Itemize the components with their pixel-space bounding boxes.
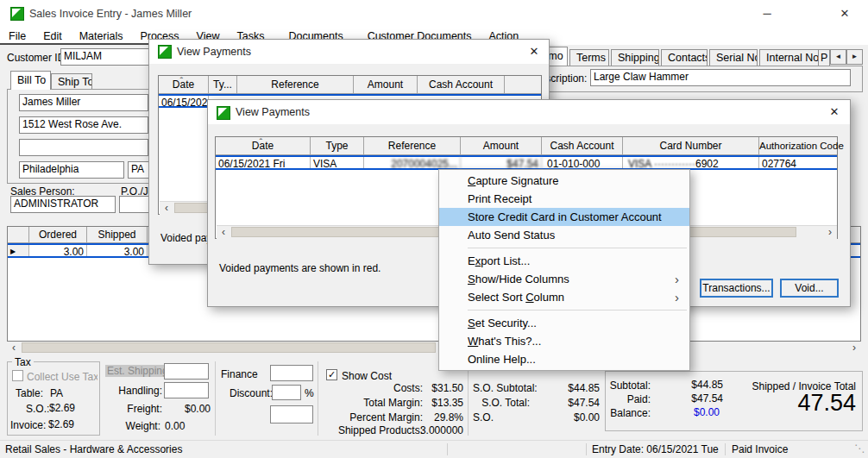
type-cell: VISA	[311, 157, 364, 168]
tab-internal-notes[interactable]: Internal Notes	[759, 49, 825, 66]
tax-legend: Tax	[12, 356, 34, 368]
void-button[interactable]: Void...	[780, 279, 839, 298]
payment-row[interactable]: 06/15/2021 Fri VISA 2070004025... $47.54…	[216, 155, 837, 170]
collect-use-tax-label: Collect Use Tax	[27, 371, 97, 383]
dialog-close-icon[interactable]: ✕	[826, 105, 843, 119]
menu-item-online-help[interactable]: Online Help...	[439, 350, 689, 368]
menu-separator	[439, 306, 689, 314]
header-filler	[505, 76, 541, 94]
app-icon	[217, 106, 230, 120]
menu-item-set-security[interactable]: Set Security...	[439, 314, 689, 332]
date-column-header[interactable]: ˆ Date	[216, 137, 311, 155]
description-input[interactable]: Large Claw Hammer	[590, 69, 851, 86]
balance-label: Balance:	[609, 407, 651, 419]
footer-divider-3	[468, 361, 469, 436]
dialog-title-bar: View Payments ✕	[208, 100, 850, 124]
resize-grip-icon[interactable]: ⋱	[854, 442, 865, 455]
tab-bill-to[interactable]: Bill To	[10, 71, 51, 90]
tab-scroll-next-icon[interactable]: ►	[846, 49, 863, 65]
amount-column-header[interactable]: Amount	[461, 137, 542, 155]
bill-to-state-input[interactable]: PA	[128, 161, 150, 179]
tab-scroll-prev-icon[interactable]: ◄	[830, 49, 846, 65]
menu-materials[interactable]: Materials	[71, 28, 132, 45]
reference-column-header[interactable]: Reference	[364, 137, 461, 155]
subtotal-value: $44.85	[654, 379, 723, 391]
reference-column-header[interactable]: Reference	[237, 76, 354, 94]
menu-item-select-sort-column[interactable]: Select Sort Column›	[439, 288, 689, 306]
menu-edit[interactable]: Edit	[35, 28, 71, 45]
date-cell: 06/15/202	[159, 96, 209, 106]
app-icon	[158, 45, 172, 59]
items-grid-scroll-thumb[interactable]	[22, 342, 436, 353]
items-grid-hscrollbar[interactable]: ‹ ›	[7, 342, 861, 355]
so-label: S.O.	[473, 411, 494, 423]
menu-item-show-hide-columns[interactable]: Show/Hide Columns›	[439, 270, 689, 288]
authorization-code-cell: 027764	[759, 157, 837, 168]
app-icon	[10, 7, 24, 21]
scroll-left-icon[interactable]: ‹	[7, 342, 21, 355]
bill-to-address1-input[interactable]: 1512 West Rose Ave.	[19, 116, 148, 134]
handling-input[interactable]	[164, 382, 209, 398]
tab-shipping[interactable]: Shipping	[611, 49, 659, 66]
costs-value: $31.50	[386, 382, 463, 394]
percent-margin-value: 29.8%	[386, 411, 463, 423]
authorization-code-column-header[interactable]: Authorization Code	[759, 137, 837, 155]
menu-item-what-s-this[interactable]: What's This?...	[439, 332, 689, 350]
bill-to-name-input[interactable]: James Miller	[19, 94, 148, 111]
menu-item-auto-send-status[interactable]: Auto Send Status	[439, 226, 689, 244]
total-margin-value: $13.35	[386, 397, 463, 409]
tax-invoice-value: $2.69	[48, 418, 74, 430]
tab-clipped[interactable]: P	[818, 49, 830, 66]
tab-terms[interactable]: Terms	[569, 49, 609, 66]
scroll-right-icon[interactable]: ›	[823, 226, 837, 239]
so-value: $0.00	[531, 411, 600, 423]
minimize-button[interactable]: ─	[749, 0, 785, 28]
dialog-back-close-icon[interactable]: ✕	[525, 45, 543, 59]
type-column-header[interactable]: Ty...	[209, 76, 237, 94]
tab-contacts[interactable]: Contacts	[661, 49, 708, 66]
menu-item-capture-signature[interactable]: Capture Signature	[439, 172, 689, 190]
bill-to-city-input[interactable]: Philadelphia	[19, 161, 124, 179]
tax-table-label: Table:	[16, 387, 43, 399]
est-shipping-input[interactable]	[164, 363, 209, 380]
dialog-title: View Payments	[236, 106, 310, 118]
bill-to-address2-input[interactable]	[19, 139, 148, 156]
menu-item-export-list[interactable]: Export List...	[439, 252, 689, 270]
card-number-column-header[interactable]: Card Number	[623, 137, 759, 155]
shipped-column-header[interactable]: Shipped	[87, 227, 148, 243]
finance-input[interactable]	[270, 365, 313, 381]
menu-file[interactable]: File	[0, 28, 35, 45]
ordered-column-header[interactable]: Ordered	[29, 227, 87, 243]
date-cell: 06/15/2021 Fri	[216, 157, 311, 168]
voided-note: Voided payments are shown in red.	[219, 262, 381, 274]
weight-label: Weight:	[121, 420, 160, 432]
amount-cell: $47.54	[461, 157, 542, 168]
scroll-right-icon[interactable]: ›	[847, 342, 861, 355]
paid-label: Paid:	[609, 393, 651, 405]
collect-use-tax-checkbox[interactable]	[12, 370, 23, 381]
scroll-left-icon[interactable]: ‹	[160, 202, 173, 215]
status-department: Retail Sales - Hardware & Accessories	[5, 443, 182, 455]
type-column-header[interactable]: Type	[311, 137, 364, 155]
submenu-arrow-icon: ›	[675, 288, 679, 306]
discount-input[interactable]	[272, 385, 301, 400]
panel-top-edge	[0, 43, 148, 45]
sales-person-input[interactable]: ADMINISTRATOR	[10, 196, 116, 213]
handling-label: Handling:	[112, 385, 162, 397]
tab-ship-to[interactable]: Ship To	[51, 73, 92, 90]
menu-item-store-credit-card-in-customer-account[interactable]: Store Credit Card in Customer Account	[439, 208, 689, 226]
date-column-header[interactable]: ˆ Date	[159, 76, 209, 94]
show-cost-checkbox[interactable]: ✓	[326, 369, 337, 380]
tab-serial-no[interactable]: Serial No.	[709, 49, 758, 66]
cash-account-column-header[interactable]: Cash Account	[542, 137, 623, 155]
dialog-back-title-bar: View Payments ✕	[149, 40, 549, 64]
close-button[interactable]: ✕	[827, 0, 863, 28]
amount-column-header[interactable]: Amount	[354, 76, 418, 94]
reference-cell: 2070004025...	[364, 157, 461, 168]
cash-account-column-header[interactable]: Cash Account	[418, 76, 505, 94]
scroll-left-icon[interactable]: ‹	[217, 226, 230, 239]
row-selector-header	[8, 227, 29, 243]
transactions-button[interactable]: Transactions...	[700, 279, 773, 298]
tax-so-label: S.O.:	[26, 403, 49, 415]
menu-item-print-receipt[interactable]: Print Receipt	[439, 190, 689, 208]
